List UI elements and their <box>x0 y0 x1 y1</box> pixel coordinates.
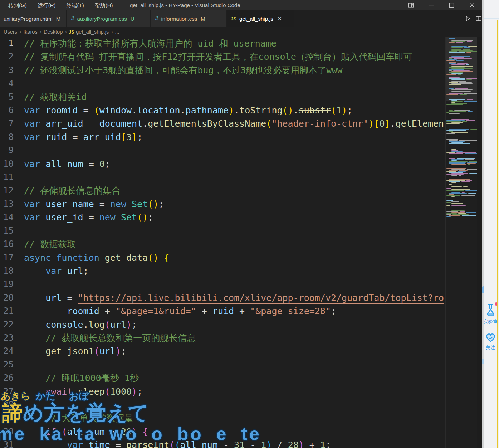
code-line-27[interactable]: 27 await sleep(1000); <box>0 385 445 398</box>
tab-uxiliaryProgram.html[interactable]: uxiliaryProgram.htmlM <box>0 10 66 27</box>
code-line-6[interactable]: 6var roomid = (window.location.pathname)… <box>0 104 445 117</box>
code-line-7[interactable]: 7var arr_uid = document.getElementsByCla… <box>0 117 445 130</box>
line-number: 27 <box>0 385 14 398</box>
code-line-1[interactable]: 1// 程序功能：获取主播所有大航海用户的 uid 和 username <box>0 37 445 50</box>
code-line-3[interactable]: 3// 还没测试过小于3舰的直播间，可能会有bug，不过3舰也没必要用脚本了ww… <box>0 64 445 77</box>
breadcrumb-item-Users[interactable]: Users <box>4 29 17 35</box>
minimap[interactable] <box>445 37 477 448</box>
minimap-line <box>451 101 463 102</box>
minimap-line <box>449 69 464 70</box>
code-line-16[interactable]: 16// 数据获取 <box>0 238 445 251</box>
close-tab-icon[interactable]: ✕ <box>278 16 282 21</box>
tab-get_all_ship.js[interactable]: JSget_all_ship.js✕ <box>227 10 294 27</box>
code-line-14[interactable]: 14var user_id = new Set(); <box>0 211 445 224</box>
minimap-line <box>449 62 456 63</box>
minimap-line <box>449 38 455 39</box>
run-icon[interactable] <box>463 15 473 22</box>
heart-icon <box>484 331 497 343</box>
minimap-line <box>449 72 463 73</box>
minimap-line <box>451 196 455 197</box>
minimap-line <box>451 164 466 165</box>
minimap-line <box>451 210 465 211</box>
code-line-20[interactable]: 20 url = "https://api.live.bilibili.com/… <box>0 291 445 305</box>
menu-item-0[interactable]: 转到(G) <box>3 0 32 10</box>
css-file-icon: # <box>155 15 158 22</box>
code-editor[interactable]: 1// 程序功能：获取主播所有大航海用户的 uid 和 username2// … <box>0 37 445 448</box>
tab-information.css[interactable]: #information.cssM <box>151 10 226 27</box>
minimap-line <box>464 93 477 94</box>
menu-item-3[interactable]: 帮助(H) <box>89 0 118 10</box>
code-line-18[interactable]: 18 var url; <box>0 264 445 278</box>
breadcrumb-item-...[interactable]: ... <box>115 29 119 35</box>
minimap-line <box>449 129 469 130</box>
breadcrumb-item-Ikaros[interactable]: Ikaros <box>23 29 38 35</box>
code-text: console.log(url); <box>24 318 137 331</box>
minimap-line <box>456 138 470 138</box>
code-line-29[interactable]: 29 // 大于单页的数据量 <box>0 412 445 425</box>
code-text: var url; <box>24 264 89 278</box>
menu-item-1[interactable]: 运行(R) <box>32 0 61 10</box>
minimap-line <box>460 137 465 137</box>
minimap-line <box>464 101 477 102</box>
minimap-line <box>451 203 463 204</box>
code-line-8[interactable]: 8var ruid = arr_uid[3]; <box>0 131 445 144</box>
code-line-9[interactable]: 9 <box>0 144 445 157</box>
code-text: // 程序功能：获取主播所有大航海用户的 uid 和 username <box>24 37 277 50</box>
minimap-line <box>452 198 459 198</box>
code-line-15[interactable]: 15 <box>0 224 445 238</box>
breadcrumb-item-get_all_ship.js[interactable]: JSget_all_ship.js <box>69 29 109 35</box>
follow-label: 关注 <box>482 345 499 351</box>
minimap-line <box>449 88 454 89</box>
code-line-12[interactable]: 12// 存储舰长信息的集合 <box>0 184 445 197</box>
minimap-line <box>449 93 463 94</box>
code-line-24[interactable]: 24 get_json1(url); <box>0 345 445 358</box>
menu-item-2[interactable]: 终端(T) <box>61 0 89 10</box>
minimap-line <box>451 160 457 161</box>
code-line-13[interactable]: 13var user_name = new Set(); <box>0 198 445 211</box>
code-text: // 存储舰长信息的集合 <box>24 184 121 197</box>
customize-layout-icon[interactable] <box>401 0 421 10</box>
code-text: async function get_data() { <box>24 251 169 264</box>
tab-auxiliaryProgram.css[interactable]: #auxiliaryProgram.cssU <box>67 10 150 27</box>
code-text: // 大于单页的数据量 <box>24 412 133 425</box>
minimap-line <box>451 55 463 55</box>
line-number: 14 <box>0 211 14 224</box>
lab-entry[interactable]: 实验室 <box>482 303 499 325</box>
code-line-21[interactable]: 21 roomid + "&page=1&ruid=" + ruid + "&p… <box>0 305 445 318</box>
breadcrumb: Users›Ikaros›Desktop›JSget_all_ship.js›.… <box>0 27 482 37</box>
code-line-31[interactable]: 31 var time = parseInt((all_num - 31 - 1… <box>0 438 445 448</box>
css-file-icon: # <box>71 15 74 22</box>
minimap-line <box>451 169 465 170</box>
minimap-line <box>449 99 465 100</box>
code-line-22[interactable]: 22 console.log(url); <box>0 318 445 331</box>
line-number: 11 <box>0 171 14 184</box>
line-number: 22 <box>0 318 14 331</box>
code-line-25[interactable]: 25 <box>0 358 445 371</box>
close-window-icon[interactable] <box>462 0 482 10</box>
line-number: 30 <box>0 425 14 438</box>
tab-label: information.css <box>161 16 197 22</box>
code-line-2[interactable]: 2// 复制所有代码 打开直播间，按F12打开开发者工具，在console（控制… <box>0 50 445 63</box>
minimap-line <box>446 213 457 214</box>
chevron-right-icon: › <box>65 29 67 35</box>
minimap-line <box>467 41 472 42</box>
code-line-30[interactable]: 30 if (all_num > 28) { <box>0 425 445 438</box>
code-line-26[interactable]: 26 // 睡眠1000毫秒 1秒 <box>0 371 445 385</box>
code-line-23[interactable]: 23 // 获取舰长总数和第一页的舰长信息 <box>0 331 445 345</box>
vertical-scrollbar[interactable] <box>477 37 483 448</box>
minimize-icon[interactable] <box>421 0 441 10</box>
code-line-10[interactable]: 10var all_num = 0; <box>0 157 445 171</box>
breadcrumb-item-Desktop[interactable]: Desktop <box>44 29 63 35</box>
minimap-line <box>449 145 459 145</box>
maximize-icon[interactable] <box>441 0 462 10</box>
minimap-line <box>449 113 460 114</box>
code-text: // 睡眠1000毫秒 1秒 <box>24 371 139 385</box>
minimap-line <box>451 97 473 97</box>
code-line-11[interactable]: 11 <box>0 171 445 184</box>
code-line-5[interactable]: 5// 获取相关id <box>0 91 445 104</box>
follow-entry[interactable]: 关注 <box>482 331 499 351</box>
code-line-19[interactable]: 19 <box>0 278 445 291</box>
code-line-17[interactable]: 17async function get_data() { <box>0 251 445 264</box>
code-line-4[interactable]: 4 <box>0 77 445 90</box>
code-line-28[interactable]: 28 <box>0 398 445 412</box>
